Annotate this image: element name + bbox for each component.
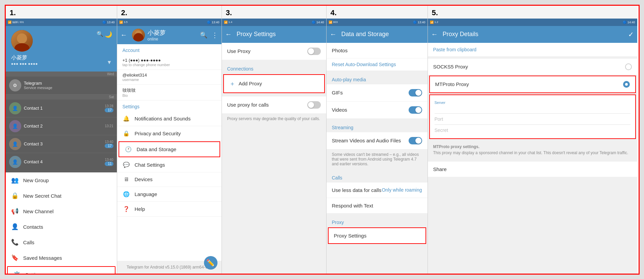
notifications-icon: 🔔 — [123, 115, 130, 122]
server-field[interactable]: Server — [435, 98, 630, 114]
list-item[interactable]: 👤 Contact 3 13:40 17 — [6, 135, 117, 153]
less-data-row[interactable]: Use less data for calls Only while roami… — [327, 183, 428, 198]
socks5-radio[interactable] — [625, 63, 632, 70]
proxy-details-header: ← Proxy Details ✓ — [428, 26, 637, 43]
search-button[interactable]: 🔍 — [200, 31, 207, 39]
stream-note: Some videos can't be streamed – e.g., al… — [327, 149, 428, 169]
settings-item-notifications[interactable]: 🔔 Notifications and Sounds — [117, 111, 222, 126]
header-title: 小菱萝 — [148, 29, 195, 37]
list-item[interactable]: ⚙ Telegram Service message — [6, 77, 117, 94]
stream-videos-label: Stream Videos and Audio Files — [332, 138, 401, 143]
sidebar-item-new-secret-chat[interactable]: 🔒 New Secret Chat — [6, 188, 117, 203]
paste-clipboard-button[interactable]: Paste from clipboard — [428, 43, 637, 57]
settings-item-help[interactable]: ❓ Help — [117, 202, 222, 217]
calls-section: Calls — [327, 172, 428, 183]
list-item[interactable]: 👤 Contact 2 13:21 — [6, 117, 117, 135]
gifs-row[interactable]: GIFs — [327, 84, 428, 102]
back-button-4[interactable]: ← — [330, 30, 337, 38]
photos-row[interactable]: Photos — [327, 43, 428, 58]
back-button-5[interactable]: ← — [431, 30, 438, 38]
sidebar-item-new-channel[interactable]: 📢 New Channel — [6, 203, 117, 219]
gifs-toggle[interactable] — [409, 89, 422, 96]
proxy-info-body: This proxy may display a sponsored chann… — [433, 150, 628, 155]
status-bar-1: 📶 WiFi 331 🔵 13:40 — [6, 19, 117, 26]
proxy-settings-row[interactable]: Proxy Settings — [328, 227, 426, 244]
dropdown-arrow-icon[interactable]: ▼ — [107, 59, 112, 65]
add-proxy-button[interactable]: ＋ Add Proxy — [223, 74, 325, 93]
sidebar-item-contacts[interactable]: 👤 Contacts — [6, 219, 117, 234]
speed-text: 331 — [20, 21, 24, 24]
respond-text-row[interactable]: Respond with Text — [327, 198, 428, 214]
more-options-button[interactable]: ⋮ — [211, 31, 218, 39]
confirm-button[interactable]: ✓ — [628, 30, 634, 38]
port-placeholder: Port — [435, 116, 630, 122]
use-proxy-calls-row[interactable]: Use proxy for calls — [222, 96, 326, 114]
socks5-label: SOCKS5 Proxy — [433, 64, 468, 69]
step-1-number: 1. — [6, 6, 117, 19]
settings-item-devices[interactable]: 🖥 Devices — [117, 172, 222, 187]
port-field[interactable]: Port — [435, 114, 630, 125]
sidebar-menu: 👥 New Group 🔒 New Secret Chat 📢 New Chan… — [6, 172, 117, 274]
roaming-link[interactable]: Only while roaming — [382, 187, 422, 193]
proxy-settings-title: Proxy Settings — [237, 31, 323, 38]
header-avatar[interactable] — [132, 29, 145, 41]
respond-text-label: Respond with Text — [332, 203, 373, 208]
add-proxy-label: Add Proxy — [239, 81, 262, 86]
share-row[interactable]: Share — [428, 161, 637, 177]
list-item[interactable]: 👤 Contact 4 13:40 11 — [6, 153, 117, 171]
phone-sub: tap to change phone number — [123, 63, 216, 67]
use-proxy-toggle[interactable] — [307, 48, 321, 55]
use-proxy-row[interactable]: Use Proxy — [222, 43, 326, 60]
reset-auto-download-button[interactable]: Reset Auto-Download Settings — [327, 58, 428, 71]
storage-icon: 🕐 — [125, 146, 132, 152]
list-item[interactable]: 👤 Contact 1 13:28 17 — [6, 100, 117, 117]
sidebar-item-settings[interactable]: ⚙️ Settings — [7, 266, 115, 274]
moon-icon[interactable]: 🌙 — [105, 31, 112, 38]
settings-item-language[interactable]: 🌐 Language — [117, 187, 222, 202]
stream-videos-row[interactable]: Stream Videos and Audio Files — [327, 132, 428, 149]
connections-header: Connections — [222, 63, 326, 74]
secret-placeholder: Secret — [435, 128, 630, 133]
step-5-number: 5. — [428, 6, 637, 19]
proxy-calls-note: Proxy servers may degrade the quality of… — [222, 114, 326, 124]
use-proxy-calls-toggle[interactable] — [307, 101, 321, 109]
photos-label: Photos — [332, 48, 348, 53]
proxy-settings-content: Use Proxy Connections ＋ Add Proxy Use pr… — [222, 43, 326, 274]
status-bar-5: 📶1.2 🔵14:40 — [428, 19, 637, 26]
socks5-proxy-row[interactable]: SOCKS5 Proxy — [428, 59, 637, 75]
data-storage-title: Data and Storage — [341, 31, 424, 38]
people-icon: 👥 — [11, 176, 19, 184]
step-5: 5. 📶1.2 🔵14:40 ← Proxy Details ✓ Paste f… — [428, 6, 637, 274]
avatar[interactable] — [11, 30, 33, 52]
back-button-3[interactable]: ← — [225, 30, 232, 38]
username-row: @elioket314 username — [117, 70, 222, 85]
search-icon[interactable]: 🔍 — [97, 31, 103, 37]
videos-row[interactable]: Videos — [327, 102, 428, 119]
mtproto-proxy-row[interactable]: MTProto Proxy — [429, 76, 636, 93]
stream-toggle[interactable] — [409, 137, 422, 144]
settings-item-data-storage[interactable]: 🕐 Data and Storage — [119, 141, 220, 157]
sidebar-item-new-group[interactable]: 👥 New Group — [6, 172, 117, 188]
profile-header: ← 小菱萝 online 🔍 ⋮ — [117, 26, 222, 44]
step-2-number: 2. — [117, 6, 222, 19]
lock-icon: 🔒 — [11, 192, 19, 199]
sidebar-item-calls[interactable]: 📞 Calls — [6, 234, 117, 250]
username-sub: username — [123, 78, 216, 82]
chat-divider-sat: Sat — [6, 94, 117, 100]
bio-text: 吱吱吱 — [123, 87, 216, 93]
settings-item-chat[interactable]: 💬 Chat Settings — [117, 158, 222, 172]
chat-avatar: ⚙ — [9, 79, 21, 91]
gear-icon: ⚙️ — [13, 271, 21, 274]
chat-divider-wed: Wed — [6, 72, 117, 77]
back-button[interactable]: ← — [121, 31, 127, 39]
server-input[interactable] — [435, 105, 630, 110]
main-container: 1. 📶 WiFi 331 🔵 13:40 🌙 🔍 小菱萝 — [5, 5, 640, 275]
sidebar-item-saved-messages[interactable]: 🔖 Saved Messages — [6, 250, 117, 266]
compose-button[interactable]: ✏️ — [204, 256, 217, 270]
proxy-details-content: Paste from clipboard SOCKS5 Proxy MTProt… — [428, 43, 637, 274]
phone-icon: 📞 — [11, 239, 19, 246]
videos-toggle[interactable] — [409, 106, 422, 114]
mtproto-radio[interactable] — [623, 81, 630, 88]
secret-field[interactable]: Secret — [435, 125, 630, 136]
settings-item-privacy[interactable]: 🔒 Privacy and Security — [117, 126, 222, 141]
